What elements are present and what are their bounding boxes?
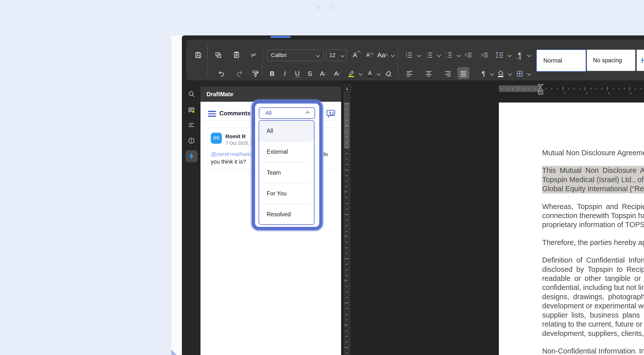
clear-formatting-button[interactable] [383, 68, 394, 79]
ruler-tick [529, 88, 530, 89]
ruler-tick [346, 115, 348, 115]
eraser-icon [385, 70, 392, 77]
borders-button[interactable] [514, 68, 525, 79]
reopen-comment-button[interactable] [325, 108, 336, 119]
shading-button[interactable] [495, 68, 506, 79]
draftmate-panel-header: DraftMate [200, 87, 341, 102]
document-line: Therefore, the parties hereby agre [542, 238, 644, 247]
numbered-list-icon: 12 [425, 51, 433, 59]
align-left-button[interactable] [404, 68, 415, 79]
grow-font-button[interactable]: A [349, 49, 361, 61]
filter-dropdown-button[interactable]: All [259, 107, 315, 119]
comments-rail-button[interactable] [186, 105, 196, 115]
ruler-tick [345, 303, 349, 303]
superscript-button[interactable]: A1 [317, 68, 329, 79]
strikethrough-icon: S [308, 70, 312, 77]
nonprinting-chars-button[interactable]: ¶ [478, 68, 489, 79]
underline-button[interactable]: U [293, 68, 302, 79]
format-painter-button[interactable] [250, 68, 261, 79]
search-button[interactable] [186, 89, 196, 99]
increase-indent-icon [480, 51, 489, 59]
navigation-button[interactable] [186, 121, 196, 131]
change-case-icon: Aa [377, 52, 385, 58]
subscript-button[interactable]: A1 [332, 68, 343, 79]
align-justify-button[interactable] [458, 68, 469, 79]
comment-text: you think it is? [211, 159, 246, 165]
ruler-tick [346, 131, 348, 132]
ruler-tick [346, 292, 348, 292]
ruler-tick [619, 88, 619, 89]
collapse-panel-button[interactable] [315, 4, 323, 11]
mention-link[interactable]: @romit+nathani@ [211, 151, 252, 158]
undo-button[interactable] [216, 68, 227, 79]
bullet-list-button[interactable] [404, 49, 415, 61]
filter-option-team[interactable]: Team [259, 162, 314, 183]
font-color-button[interactable]: A [365, 68, 376, 79]
undo-icon [218, 70, 225, 77]
document-line: supplier lists, business plans and [542, 311, 644, 320]
window-drag-handle[interactable] [270, 36, 291, 38]
align-center-button[interactable] [423, 68, 434, 79]
toolbar-divider [397, 45, 398, 76]
indent-marker[interactable] [537, 84, 544, 95]
paragraph-direction-button[interactable]: ¶ [514, 49, 525, 61]
multilevel-list-button[interactable]: 1A [443, 49, 454, 61]
align-right-icon [444, 70, 452, 77]
search-icon [188, 90, 195, 97]
close-panel-button[interactable] [328, 4, 335, 11]
comments-menu-button[interactable] [208, 111, 216, 117]
style-card-heading[interactable]: H [636, 49, 644, 71]
document-line: relating to the current, future or pr [542, 320, 644, 329]
italic-button[interactable]: I [280, 68, 289, 79]
ruler-tick [551, 88, 552, 89]
filter-option-for-you[interactable]: For You [259, 183, 314, 204]
style-label: No spacing [593, 57, 622, 64]
redo-button[interactable] [234, 68, 245, 79]
horizontal-ruler-margin-band [499, 85, 540, 92]
line-spacing-button[interactable] [494, 49, 506, 61]
ruler-tick [641, 88, 641, 89]
ruler-tick [607, 87, 608, 90]
decrease-indent-button[interactable] [462, 49, 474, 61]
ruler-tick [345, 104, 349, 104]
filter-option-resolved[interactable]: Resolved [259, 204, 314, 225]
document-text[interactable]: Mutual Non Disclosure AgreementThis Mutu… [542, 147, 644, 355]
bold-button[interactable]: B [268, 68, 277, 79]
style-card-no-spacing[interactable]: No spacing [587, 49, 635, 71]
paint-bucket-icon [497, 70, 504, 77]
paragraph: Non-Confidential Information. Infoto the… [542, 346, 644, 355]
tab-stop-selector[interactable]: L [344, 85, 351, 92]
cut-button[interactable]: ✂ [248, 49, 259, 61]
filter-option-all[interactable]: All [259, 121, 314, 141]
ruler-number: 4 [344, 324, 348, 326]
document-line: This Mutual Non Disclosure Agre [542, 166, 644, 175]
outline-icon [188, 123, 195, 129]
document-line: Global Equity International (“Recip [542, 184, 644, 193]
highlight-color-button[interactable] [346, 68, 357, 79]
ruler-tick [346, 270, 348, 270]
ruler-tick [631, 92, 631, 94]
shrink-font-button[interactable]: A [362, 49, 374, 61]
paste-button[interactable] [231, 49, 242, 61]
change-case-button[interactable]: Aa A [375, 49, 390, 61]
info-button[interactable] [186, 136, 196, 146]
ruler-tick [346, 314, 348, 315]
increase-indent-button[interactable] [478, 49, 491, 61]
numbered-list-button[interactable]: 12 [424, 49, 435, 61]
font-size-value: 12 [329, 52, 341, 59]
copy-button[interactable] [213, 49, 224, 61]
ruler-tick [346, 231, 348, 231]
filter-option-external[interactable]: External [259, 141, 314, 162]
font-name-select[interactable]: Calibri [267, 49, 324, 61]
strikethrough-button[interactable]: S [305, 68, 314, 79]
style-card-normal[interactable]: Normal [536, 49, 586, 72]
format-painter-icon [252, 70, 259, 77]
ruler-tick [635, 88, 636, 89]
ruler-tick [346, 253, 348, 253]
decrease-indent-icon [464, 51, 472, 59]
align-right-button[interactable] [442, 68, 453, 79]
save-button[interactable] [193, 49, 204, 61]
draftmate-plugin-button[interactable] [185, 150, 197, 162]
scissors-icon: ✂ [250, 51, 257, 59]
font-size-select[interactable]: 12 [326, 49, 347, 61]
